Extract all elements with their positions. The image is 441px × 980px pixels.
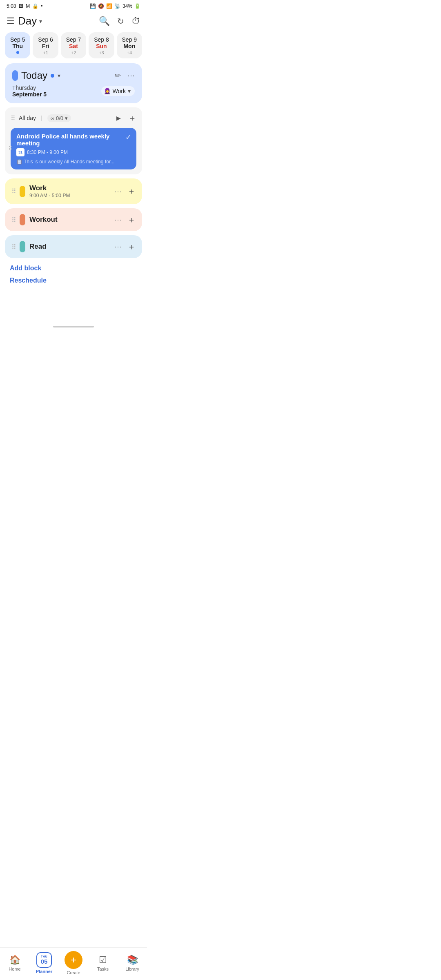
event-drag-icon: ⠿ xyxy=(8,145,11,152)
workout-drag-icon[interactable]: ⠿ xyxy=(11,216,16,224)
block-work: ⠿ Work 9:00 AM - 5:00 PM ⋯ ＋ xyxy=(5,178,142,204)
workout-pill-icon xyxy=(20,214,25,225)
calendar-icon: 31 xyxy=(16,148,24,156)
drag-handle-icon[interactable]: ⠿ xyxy=(11,114,15,122)
timer-icon[interactable]: ⏱ xyxy=(131,16,140,27)
day-name-sep7: Sat xyxy=(63,43,84,49)
day-extra-sep9: +4 xyxy=(119,50,140,55)
today-chevron-icon[interactable]: ▾ xyxy=(58,72,60,79)
work-time: 9:00 AM - 5:00 PM xyxy=(29,193,110,198)
work-badge-label: Work xyxy=(113,88,126,94)
toolbar: ☰ Day ▾ 🔍 ↻ ⏱ xyxy=(0,11,147,32)
event-description: 📋 This is our weekly All Hands meeting f… xyxy=(16,159,131,165)
work-drag-icon[interactable]: ⠿ xyxy=(11,187,16,195)
work-actions: ⋯ ＋ xyxy=(114,186,136,197)
menu-icon[interactable]: ☰ xyxy=(7,16,15,27)
refresh-icon[interactable]: ↻ xyxy=(117,16,124,26)
event-card[interactable]: ⠿ Android Police all hands weekly meetin… xyxy=(11,128,136,169)
workout-name: Workout xyxy=(29,216,110,224)
day-date-sep5: Sep 5 xyxy=(7,36,28,43)
allday-divider: | xyxy=(41,115,42,121)
today-label: Today ▾ xyxy=(12,70,60,81)
allday-section: ⠿ All day | ∞ 0/0 ▾ ▶ ＋ ⠿ Android Police… xyxy=(5,107,142,174)
block-workout: ⠿ Workout ⋯ ＋ xyxy=(5,208,142,231)
day-cell-sep6[interactable]: Sep 6 Fri +1 xyxy=(33,32,58,58)
today-pill-icon xyxy=(12,70,18,81)
add-allday-button[interactable]: ＋ xyxy=(128,113,136,124)
vpn-icon: 🔒 xyxy=(32,3,38,9)
add-block-button[interactable]: Add block xyxy=(0,262,147,274)
event-title: Android Police all hands weekly meeting xyxy=(16,133,131,147)
workout-info: Workout xyxy=(29,216,110,224)
event-time-row: 31 8:30 PM - 9:00 PM xyxy=(16,148,131,156)
allday-label: All day xyxy=(19,115,36,121)
signal-icon: 📡 xyxy=(114,3,120,9)
view-selector[interactable]: Day ▾ xyxy=(18,15,96,27)
day-date-sep6: Sep 6 xyxy=(35,36,56,43)
work-add-button[interactable]: ＋ xyxy=(127,186,136,197)
work-info: Work 9:00 AM - 5:00 PM xyxy=(29,184,110,198)
day-strip: Sep 5 Thu Sep 6 Fri +1 Sep 7 Sat +2 Sep … xyxy=(0,32,147,63)
today-top: Today ▾ ✏ ⋯ xyxy=(12,70,135,81)
home-indicator xyxy=(53,326,94,327)
day-name-sep9: Mon xyxy=(119,43,140,49)
view-label: Day xyxy=(18,15,37,27)
day-cell-sep5[interactable]: Sep 5 Thu xyxy=(5,32,30,58)
day-name-sep5: Thu xyxy=(7,43,28,49)
today-card: Today ▾ ✏ ⋯ Thursday September 5 🧕 Work … xyxy=(5,63,142,103)
link-count: 0/0 xyxy=(56,115,63,121)
battery-display: 34% xyxy=(122,3,132,9)
workout-more-icon[interactable]: ⋯ xyxy=(114,215,122,224)
day-cell-sep8[interactable]: Sep 8 Sun +3 xyxy=(89,32,114,58)
work-badge[interactable]: 🧕 Work ▾ xyxy=(101,86,135,96)
read-more-icon[interactable]: ⋯ xyxy=(114,242,122,251)
today-date-text: Thursday September 5 xyxy=(12,85,47,98)
work-more-icon[interactable]: ⋯ xyxy=(114,187,122,196)
day-of-week: Thursday xyxy=(12,85,36,91)
workout-actions: ⋯ ＋ xyxy=(114,214,136,225)
day-extra-sep8: +3 xyxy=(91,50,111,55)
read-drag-icon[interactable]: ⠿ xyxy=(11,243,16,251)
mail-icon: M xyxy=(26,3,30,9)
toolbar-actions: 🔍 ↻ ⏱ xyxy=(99,16,140,27)
photo-icon: 🖼 xyxy=(18,3,23,9)
dot-icon: • xyxy=(41,3,42,9)
read-pill-icon xyxy=(20,241,25,252)
day-name-sep8: Sun xyxy=(91,43,111,49)
search-icon[interactable]: 🔍 xyxy=(99,16,110,27)
read-name: Read xyxy=(29,243,110,251)
more-options-icon[interactable]: ⋯ xyxy=(127,71,135,80)
today-online-dot xyxy=(51,74,54,78)
day-name-sep6: Fri xyxy=(35,43,56,49)
note-icon: 📋 xyxy=(16,159,22,165)
read-actions: ⋯ ＋ xyxy=(114,241,136,252)
day-cell-sep7[interactable]: Sep 7 Sat +2 xyxy=(61,32,86,58)
event-time: 8:30 PM - 9:00 PM xyxy=(27,149,68,155)
event-check-icon[interactable]: ✓ xyxy=(125,133,131,142)
day-dot-sep5 xyxy=(16,51,19,54)
day-extra-sep6: +1 xyxy=(35,50,56,55)
wifi-icon: 📶 xyxy=(106,3,112,9)
battery-icon: 🔋 xyxy=(134,3,140,9)
link-icon: ∞ xyxy=(51,115,54,121)
link-badge[interactable]: ∞ 0/0 ▾ xyxy=(47,114,71,122)
sd-icon: 💾 xyxy=(90,3,96,9)
edit-icon[interactable]: ✏ xyxy=(115,71,121,80)
block-read: ⠿ Read ⋯ ＋ xyxy=(5,235,142,258)
day-date-sep7: Sep 7 xyxy=(63,36,84,43)
workout-add-button[interactable]: ＋ xyxy=(127,214,136,225)
work-pill-icon xyxy=(20,186,25,197)
status-left: 5:08 🖼 M 🔒 • xyxy=(7,3,43,9)
chevron-down-small-icon: ▾ xyxy=(65,115,68,121)
reschedule-button[interactable]: Reschedule xyxy=(0,274,147,287)
play-button[interactable]: ▶ xyxy=(113,112,124,124)
read-add-button[interactable]: ＋ xyxy=(127,241,136,252)
work-emoji: 🧕 xyxy=(104,88,111,94)
today-date-line: Thursday September 5 🧕 Work ▾ xyxy=(12,85,135,98)
day-date-sep9: Sep 9 xyxy=(119,36,140,43)
read-info: Read xyxy=(29,243,110,251)
time-display: 5:08 xyxy=(7,3,16,9)
day-cell-sep9[interactable]: Sep 9 Mon +4 xyxy=(117,32,142,58)
status-bar: 5:08 🖼 M 🔒 • 💾 🔕 📶 📡 34% 🔋 xyxy=(0,0,147,11)
today-actions: ✏ ⋯ xyxy=(115,71,135,80)
